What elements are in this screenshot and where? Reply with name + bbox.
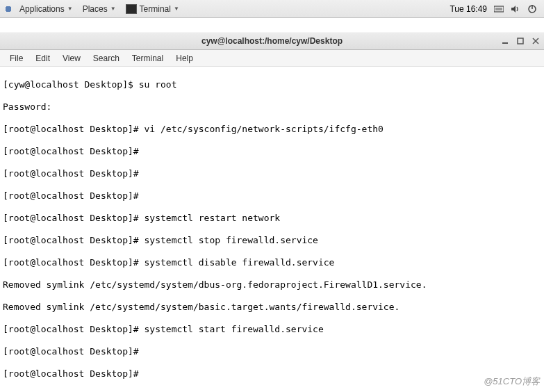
window-controls (500, 35, 541, 47)
terminal-launcher[interactable]: Terminal ▼ (122, 3, 183, 15)
minimize-icon (502, 38, 509, 44)
volume-icon[interactable] (511, 4, 520, 14)
menu-help[interactable]: Help (170, 51, 199, 65)
titlebar[interactable]: cyw@localhost:/home/cyw/Desktop (0, 32, 544, 50)
term-line: [root@localhost Desktop]# systemctl star… (3, 324, 541, 335)
gnome-logo-icon (3, 3, 14, 15)
svg-marker-3 (511, 6, 516, 13)
close-icon (532, 38, 539, 44)
keyboard-icon[interactable] (494, 4, 504, 14)
places-label: Places (83, 4, 108, 14)
svg-rect-7 (518, 38, 523, 44)
applications-label: Applications (19, 4, 65, 14)
term-line: [root@localhost Desktop]# vi /etc/syscon… (3, 124, 541, 135)
terminal-icon (126, 4, 137, 14)
power-icon[interactable] (527, 4, 537, 14)
top-panel: Applications ▼ Places ▼ Terminal ▼ Tue 1… (0, 0, 544, 18)
term-line: [root@localhost Desktop]# systemctl rest… (3, 213, 541, 224)
term-line: [root@localhost Desktop]# (3, 346, 541, 357)
term-line: Removed symlink /etc/systemd/system/basi… (3, 302, 541, 313)
term-line: [root@localhost Desktop]# (3, 368, 541, 379)
chevron-down-icon: ▼ (67, 6, 73, 12)
menu-edit[interactable]: Edit (30, 51, 56, 65)
terminal-window: cyw@localhost:/home/cyw/Desktop File Edi… (0, 32, 544, 392)
panel-left: Applications ▼ Places ▼ Terminal ▼ (3, 3, 183, 15)
term-line: Removed symlink /etc/systemd/system/dbus… (3, 279, 541, 291)
window-title: cyw@localhost:/home/cyw/Desktop (0, 36, 544, 46)
chevron-down-icon: ▼ (110, 6, 116, 12)
term-line: [root@localhost Desktop]# (3, 190, 541, 202)
menu-file[interactable]: File (4, 51, 28, 65)
maximize-button[interactable] (515, 35, 526, 47)
maximize-icon (517, 38, 524, 44)
menubar: File Edit View Search Terminal Help (0, 50, 544, 67)
close-button[interactable] (530, 35, 541, 47)
watermark: @51CTO博客 (484, 375, 540, 388)
places-menu[interactable]: Places ▼ (79, 3, 120, 15)
menu-view[interactable]: View (57, 51, 86, 65)
menu-search[interactable]: Search (88, 51, 125, 65)
clock[interactable]: Tue 16:49 (450, 4, 487, 14)
panel-right: Tue 16:49 (450, 4, 541, 14)
term-line: Password: (3, 101, 541, 113)
term-line: [root@localhost Desktop]# (3, 146, 541, 157)
term-line: [root@localhost Desktop]# systemctl stop… (3, 235, 541, 246)
term-line: [root@localhost Desktop]# (3, 168, 541, 179)
menu-terminal[interactable]: Terminal (126, 51, 169, 65)
terminal-content[interactable]: [cyw@localhost Desktop]$ su root Passwor… (0, 67, 544, 392)
desktop-gap (0, 18, 544, 32)
term-line: [root@localhost Desktop]# systemctl disa… (3, 257, 541, 268)
chevron-down-icon: ▼ (174, 6, 179, 12)
svg-rect-0 (494, 6, 504, 12)
minimize-button[interactable] (500, 35, 511, 47)
term-line: [cyw@localhost Desktop]$ su root (3, 79, 541, 90)
applications-menu[interactable]: Applications ▼ (15, 3, 77, 15)
terminal-launcher-label: Terminal (140, 4, 171, 14)
